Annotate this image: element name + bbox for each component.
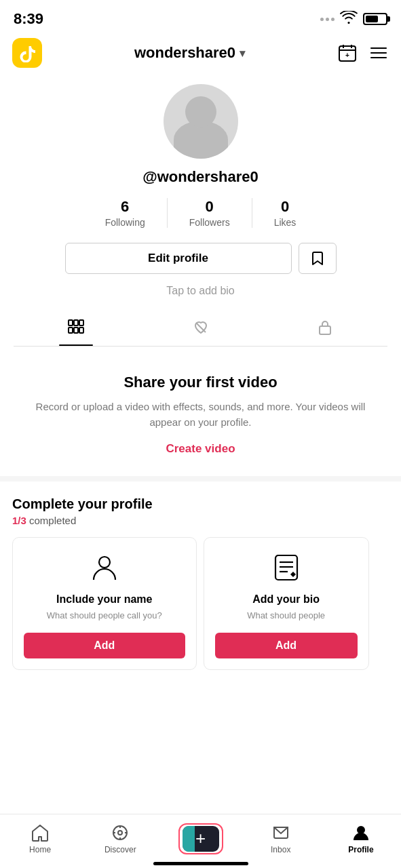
empty-description: Record or upload a video with effects, s… [20, 399, 381, 430]
svg-rect-10 [79, 320, 83, 326]
svg-rect-15 [320, 326, 330, 334]
nav-inbox[interactable]: Inbox [241, 823, 321, 854]
bio-placeholder[interactable]: Tap to add bio [166, 285, 235, 297]
svg-text:+: + [345, 52, 349, 59]
signal-icon [320, 18, 335, 21]
profile-card-bio: Add your bio What should people Add [204, 537, 369, 670]
tab-videos[interactable] [14, 309, 138, 346]
followers-count: 0 [206, 198, 214, 216]
card-bio-title: Add your bio [252, 593, 320, 606]
home-indicator [153, 862, 248, 865]
stat-likes[interactable]: 0 Likes [252, 198, 318, 228]
empty-state: Share your first video Record or upload … [0, 347, 401, 476]
stat-following[interactable]: 6 Following [83, 198, 168, 228]
card-bio-desc: What should people [247, 610, 325, 622]
profile-section: @wondershare0 6 Following 0 Followers 0 … [0, 73, 401, 347]
nav-inbox-label: Inbox [271, 845, 290, 854]
chevron-down-icon: ▾ [240, 47, 245, 60]
tabs-row [14, 309, 387, 347]
plus-button-outer: + [178, 823, 223, 854]
profile-cards-row: Include your name What should people cal… [12, 537, 389, 670]
status-bar: 8:39 [0, 0, 401, 35]
svg-rect-12 [74, 328, 78, 333]
followers-label: Followers [189, 217, 230, 228]
following-label: Following [105, 217, 145, 228]
complete-profile-title: Complete your profile [12, 496, 389, 512]
tiktok-logo [12, 38, 42, 68]
add-name-button[interactable]: Add [24, 633, 185, 658]
wifi-icon [340, 11, 358, 27]
svg-rect-8 [69, 320, 73, 326]
bio-icon [271, 553, 301, 585]
nav-home-label: Home [29, 845, 51, 854]
complete-profile-progress: 1/3 completed [12, 515, 389, 526]
top-nav: wondershare0 ▾ + [0, 35, 401, 73]
nav-discover[interactable]: Discover [80, 823, 160, 854]
stat-followers[interactable]: 0 Followers [168, 198, 252, 228]
create-video-link[interactable]: Create video [166, 442, 235, 456]
plus-icon: + [195, 828, 206, 849]
battery-icon [363, 13, 387, 25]
avatar [164, 84, 238, 159]
svg-point-22 [118, 831, 122, 835]
likes-label: Likes [274, 217, 297, 228]
svg-rect-9 [74, 320, 78, 326]
following-count: 6 [121, 198, 129, 216]
plus-button-inner: + [183, 826, 219, 852]
person-icon [90, 553, 119, 585]
nav-profile[interactable]: Profile [321, 823, 401, 854]
edit-profile-button[interactable]: Edit profile [65, 243, 292, 274]
profile-username: @wondershare0 [142, 168, 259, 186]
tab-liked[interactable] [138, 309, 263, 346]
svg-point-27 [358, 827, 364, 833]
likes-count: 0 [281, 198, 289, 216]
nav-profile-label: Profile [348, 845, 373, 854]
progress-suffix: completed [26, 515, 76, 526]
status-time: 8:39 [14, 10, 43, 28]
menu-button[interactable] [368, 43, 389, 63]
nav-right-actions: + [337, 43, 389, 63]
nav-discover-label: Discover [104, 845, 136, 854]
svg-rect-11 [69, 328, 73, 333]
progress-fraction: 1/3 [12, 515, 26, 526]
stats-row: 6 Following 0 Followers 0 Likes [14, 198, 387, 228]
bottom-nav: Home Discover + Inbox [0, 814, 401, 868]
card-name-desc: What should people call you? [47, 610, 162, 622]
bookmark-button[interactable] [299, 243, 337, 274]
add-bio-button[interactable]: Add [215, 633, 358, 658]
nav-create[interactable]: + [160, 823, 240, 854]
svg-rect-13 [79, 328, 83, 333]
svg-point-16 [99, 557, 110, 568]
status-icons [320, 11, 387, 27]
card-name-title: Include your name [56, 593, 152, 606]
profile-card-name: Include your name What should people cal… [12, 537, 197, 670]
tab-private[interactable] [263, 309, 387, 346]
nav-home[interactable]: Home [0, 823, 80, 854]
calendar-button[interactable]: + [337, 43, 358, 63]
username-dropdown[interactable]: wondershare0 ▾ [134, 44, 245, 62]
complete-profile-section: Complete your profile 1/3 completed Incl… [0, 476, 401, 670]
username-text: wondershare0 [134, 44, 235, 62]
action-row: Edit profile [65, 243, 337, 274]
empty-title: Share your first video [123, 374, 277, 391]
